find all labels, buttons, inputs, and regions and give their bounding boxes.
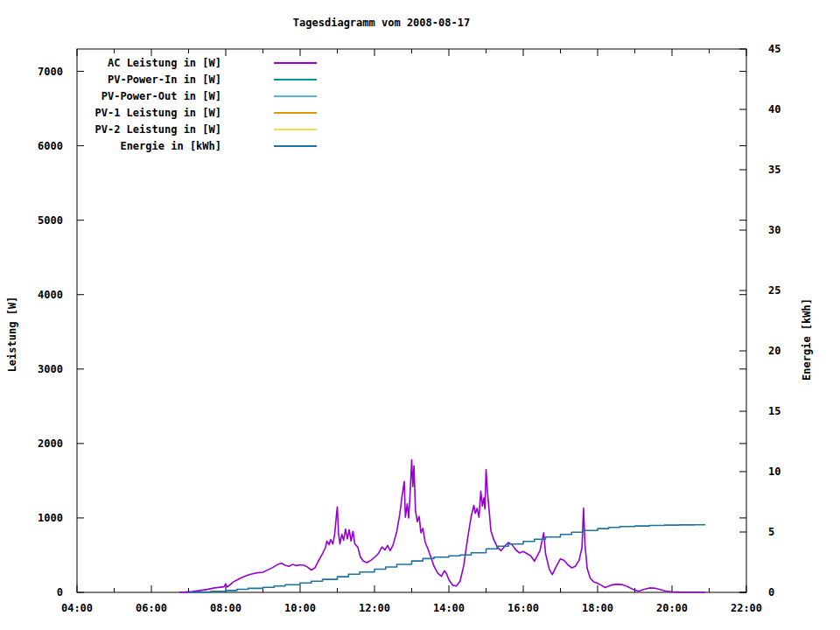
- x-axis-tick-label: 22:00: [731, 602, 762, 614]
- legend-item-label: Energie in [kWh]: [46, 140, 221, 152]
- y-axis-tick-label: 5000: [9, 214, 63, 227]
- y-axis-tick-label: 1000: [9, 512, 63, 524]
- y2-axis-tick-label: 30: [768, 224, 780, 236]
- series-line-6: [189, 525, 706, 592]
- x-axis-tick-label: 14:00: [433, 602, 465, 614]
- y2-axis-tick-label: 0: [768, 586, 774, 598]
- y2-axis-tick-label: 15: [768, 405, 780, 417]
- y2-axis-tick-label: 20: [768, 345, 780, 357]
- x-axis-tick-label: 06:00: [136, 602, 167, 614]
- y-axis-tick-label: 4000: [9, 289, 63, 301]
- y2-axis-tick-label: 40: [768, 103, 780, 116]
- x-axis-tick-label: 10:00: [284, 602, 316, 614]
- x-axis-tick-label: 20:00: [656, 602, 688, 614]
- legend-item-label: PV-1 Leistung in [W]: [46, 107, 221, 119]
- y2-axis-tick-label: 45: [768, 43, 780, 55]
- y2-axis-tick-label: 25: [768, 284, 780, 297]
- legend-item-label: PV-2 Leistung in [W]: [46, 123, 221, 136]
- legend-item-label: PV-Power-Out in [W]: [46, 90, 221, 102]
- y2-axis-tick-label: 10: [768, 466, 780, 478]
- y2-axis-tick-label: 35: [768, 164, 780, 176]
- y-axis-tick-label: 3000: [9, 363, 63, 375]
- legend-line-swatch: [274, 95, 317, 97]
- legend-line-swatch: [274, 112, 317, 114]
- x-axis-tick-label: 16:00: [508, 602, 539, 614]
- legend-item-label: AC Leistung in [W]: [46, 57, 221, 69]
- x-axis-tick-label: 18:00: [582, 602, 613, 614]
- legend-item-label: PV-Power-In in [W]: [46, 74, 221, 86]
- legend-line-swatch: [274, 62, 317, 64]
- x-axis-tick-label: 12:00: [359, 602, 390, 614]
- y-axis-tick-label: 0: [9, 586, 63, 598]
- y2-axis-tick-label: 5: [768, 526, 774, 538]
- legend-line-swatch: [274, 79, 317, 80]
- x-axis-tick-label: 08:00: [210, 602, 242, 614]
- legend-line-swatch: [274, 145, 317, 147]
- y-axis-tick-label: 2000: [9, 438, 63, 450]
- y-axis-tick-label: 7000: [9, 66, 63, 78]
- chart-container: Tagesdiagramm vom 2008-08-17 Leistung [W…: [0, 0, 840, 630]
- y-axis-tick-label: 6000: [9, 140, 63, 152]
- legend-line-swatch: [274, 129, 317, 130]
- x-axis-tick-label: 04:00: [61, 602, 93, 614]
